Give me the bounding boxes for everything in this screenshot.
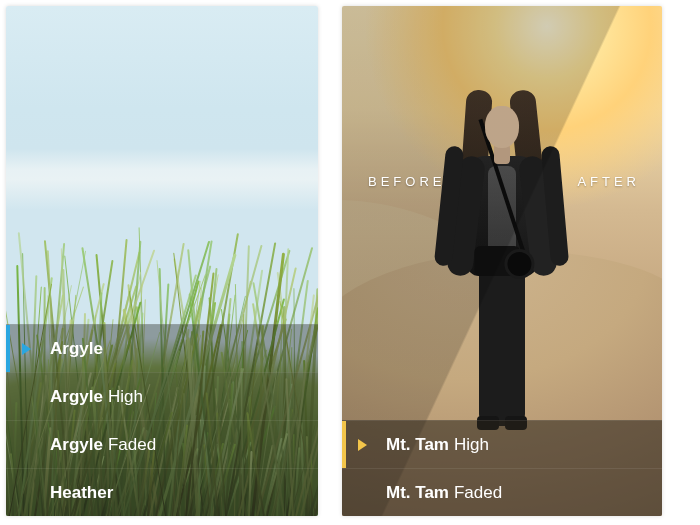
filter-base-name: Argyle [50, 339, 103, 359]
filter-base-name: Mt. Tam [386, 483, 449, 503]
filter-variant: Faded [454, 483, 502, 503]
filter-item-heather[interactable]: Heather [6, 468, 318, 516]
filter-variant: High [108, 387, 143, 407]
app-screenshots-pair: Argyle Argyle High Argyle Faded Heather [0, 0, 700, 525]
filter-base-name: Argyle [50, 387, 103, 407]
selected-marker-icon [22, 343, 31, 355]
after-label: AFTER [577, 174, 640, 189]
filter-variant: High [454, 435, 489, 455]
screenshot-right: BEFORE AFTER Mt. Tam High Mt. Tam Faded [342, 6, 662, 516]
selected-marker-icon [358, 439, 367, 451]
before-label: BEFORE [368, 174, 445, 189]
filter-base-name: Argyle [50, 435, 103, 455]
filter-item-mt-tam-faded[interactable]: Mt. Tam Faded [342, 468, 662, 516]
filter-list[interactable]: Argyle Argyle High Argyle Faded Heather [6, 324, 318, 516]
filter-base-name: Mt. Tam [386, 435, 449, 455]
filter-item-argyle[interactable]: Argyle [6, 324, 318, 372]
filter-base-name: Heather [50, 483, 113, 503]
filter-item-mt-tam-high[interactable]: Mt. Tam High [342, 420, 662, 468]
screenshot-left: Argyle Argyle High Argyle Faded Heather [6, 6, 318, 516]
filter-item-argyle-high[interactable]: Argyle High [6, 372, 318, 420]
filter-item-argyle-faded[interactable]: Argyle Faded [6, 420, 318, 468]
filter-variant: Faded [108, 435, 156, 455]
filter-list[interactable]: Mt. Tam High Mt. Tam Faded [342, 420, 662, 516]
